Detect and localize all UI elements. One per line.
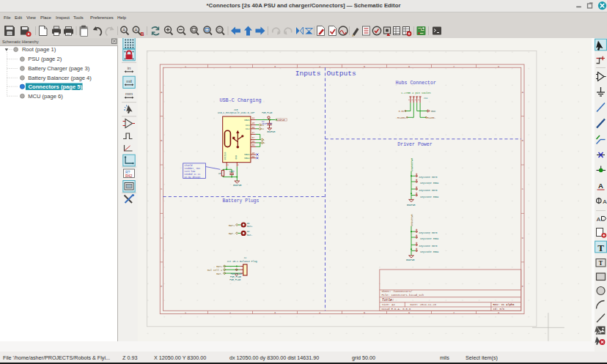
svg-text:GNDPWR: GNDPWR [267, 130, 275, 133]
svg-text:DRIVEPWR: DRIVEPWR [411, 215, 413, 226]
svg-text:Rev: V1 Alpha: Rev: V1 Alpha [493, 303, 515, 306]
svg-text:D: D [161, 237, 162, 239]
svg-text:3: 3 [274, 65, 276, 68]
svg-text:2: 2 [229, 65, 231, 68]
svg-text:A5: A5 [252, 122, 255, 125]
svg-text:BAT+: BAT+ [229, 224, 235, 227]
svg-text:D-: D- [262, 139, 265, 141]
svg-text:CC1: CC1 [246, 124, 250, 127]
svg-text:100n: 100n [229, 171, 234, 173]
svg-text:J10: J10 [234, 108, 238, 111]
svg-text:R42: R42 [125, 174, 132, 178]
svg-text:W2: W2 [247, 230, 250, 233]
svg-text:BAT+: BAT+ [216, 265, 222, 268]
svg-text:sure how: sure how [185, 170, 196, 173]
svg-text:Bat+: Bat+ [247, 225, 253, 228]
svg-text:GNDPWR: GNDPWR [407, 204, 416, 207]
svg-text:Outputs: Outputs [326, 70, 356, 78]
svg-text:VBUS: VBUS [244, 119, 250, 122]
svg-text:Inputs: Inputs [295, 70, 321, 78]
svg-text:mm: mm [125, 92, 133, 96]
svg-text:BAT-: BAT- [229, 232, 235, 235]
svg-text:7: 7 [453, 65, 455, 68]
svg-text:RS485+: RS485+ [397, 116, 406, 119]
svg-text:needed it is: needed it is [185, 173, 201, 176]
svg-text:C: C [522, 187, 523, 190]
svg-text:D+: D+ [262, 142, 265, 144]
svg-text:KiCad E.D.A. 8.0.6: KiCad E.D.A. 8.0.6 [381, 308, 411, 311]
svg-text:A7: A7 [252, 132, 255, 134]
svg-text:GNDPWR: GNDPWR [406, 259, 415, 261]
svg-text:Title:: Title: [382, 298, 394, 302]
svg-text:USB_C_Receptacle_USB2.0_16P: USB_C_Receptacle_USB2.0_16P [218, 111, 254, 114]
svg-text:on my design: on my design [185, 176, 201, 179]
svg-text:B8: B8 [252, 156, 255, 158]
svg-text:Root (page 1): Root (page 1) [22, 46, 56, 53]
svg-text:1: 1 [185, 311, 186, 314]
svg-text:SBU1: SBU1 [244, 153, 250, 156]
svg-text:B6: B6 [252, 144, 255, 146]
svg-text:D: D [522, 237, 523, 239]
svg-text:CC2: CC2 [260, 128, 264, 130]
svg-text:JST XH-S Balance Plug: JST XH-S Balance Plug [227, 260, 257, 263]
svg-text:USB-C Charging: USB-C Charging [219, 97, 261, 103]
svg-text:4: 4 [319, 65, 320, 68]
svg-text:PWR_FLAG: PWR_FLAG [229, 278, 240, 281]
svg-text:Shield: Shield [185, 164, 193, 167]
svg-text:PWR_FLAG: PWR_FLAG [262, 112, 272, 114]
svg-text:GND: GND [431, 110, 435, 113]
svg-text:Connectors (page 5): Connectors (page 5) [29, 83, 83, 90]
svg-text:A4: A4 [252, 117, 255, 119]
svg-text:mil: mil [126, 79, 132, 83]
svg-text:GNDPWR: GNDPWR [233, 184, 242, 187]
svg-text:PSU (page 2): PSU (page 2) [28, 56, 62, 62]
svg-text:J2: J2 [243, 256, 246, 259]
svg-text:T: T [599, 260, 603, 267]
svg-text:Driver Power: Driver Power [397, 142, 433, 147]
svg-text:J11: J11 [424, 97, 428, 100]
svg-text:8: 8 [498, 65, 499, 68]
svg-text:1.27mm 4 pin socket: 1.27mm 4 pin socket [401, 92, 431, 94]
svg-text:A: A [134, 28, 137, 32]
svg-text:Date: 2024-11-28: Date: 2024-11-28 [411, 303, 436, 306]
svg-text:E: E [161, 285, 162, 288]
svg-text:C: C [161, 187, 162, 190]
svg-text:SBU2: SBU2 [244, 157, 250, 160]
svg-text:Size: A4: Size: A4 [382, 303, 395, 306]
svg-text:Bat-: Bat- [247, 234, 253, 237]
svg-text:4: 4 [319, 311, 320, 314]
svg-text:BAT-: BAT- [216, 272, 222, 275]
svg-text:A: A [122, 28, 125, 32]
svg-text:3: 3 [274, 311, 276, 314]
svg-text:in: in [128, 66, 131, 70]
svg-text:5: 5 [364, 311, 365, 314]
svg-text:Battery Balancer (page 4): Battery Balancer (page 4) [28, 75, 92, 81]
svg-text:B7: B7 [252, 137, 255, 139]
svg-text:Keystone 3070: Keystone 3070 [419, 231, 438, 234]
svg-text:A8: A8 [252, 152, 255, 155]
svg-text:MCU (page 6): MCU (page 6) [28, 93, 63, 100]
svg-text:Keystone 3070: Keystone 3070 [419, 176, 438, 179]
svg-text:snubber, not: snubber, not [185, 167, 201, 170]
svg-text:CC1: CC1 [260, 125, 264, 127]
svg-text:E: E [522, 285, 523, 288]
svg-text:1M: 1M [218, 173, 221, 175]
svg-text:Keystone 3070: Keystone 3070 [419, 245, 438, 248]
svg-text:B: B [140, 31, 144, 37]
svg-text:Battery Charger (page 3): Battery Charger (page 3) [28, 65, 89, 72]
svg-text:USBPWR: USBPWR [277, 119, 285, 122]
svg-text:SHIELD: SHIELD [224, 152, 227, 160]
svg-text:Keystone 3569: Keystone 3569 [420, 182, 438, 185]
svg-text:Hubs Connector: Hubs Connector [396, 81, 436, 86]
svg-text:T: T [597, 242, 604, 253]
svg-text:8: 8 [498, 311, 499, 314]
svg-text:Keystone 3569: Keystone 3569 [420, 196, 438, 198]
svg-text:Keystone 3569: Keystone 3569 [420, 250, 438, 253]
svg-text:B5: B5 [252, 127, 255, 129]
svg-text:A: A [598, 182, 603, 190]
svg-text:CHARGEPWR: CHARGEPWR [411, 158, 413, 171]
svg-text:GND: GND [235, 155, 238, 160]
svg-text:CC2: CC2 [246, 127, 250, 130]
svg-text:5: 5 [364, 65, 365, 68]
svg-text:Id: 5/6: Id: 5/6 [493, 308, 505, 311]
